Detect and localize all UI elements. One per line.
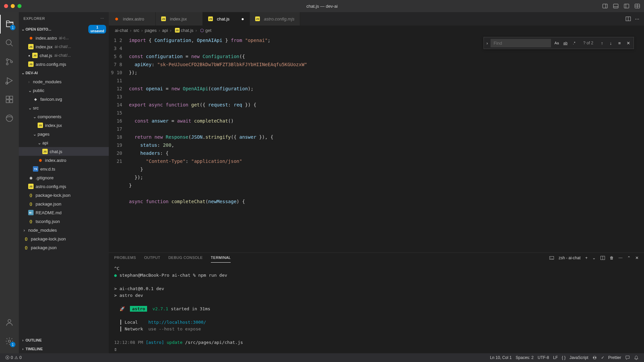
folder-item[interactable]: ⌄public [19,86,109,95]
outline-section[interactable]: › OUTLINE [19,336,109,345]
folder-item[interactable]: ›node_modules [19,77,109,86]
file-item[interactable]: {}package-lock.json [19,234,109,243]
breadcrumb-item[interactable]: src [133,28,139,33]
bottom-panel-icon[interactable] [613,3,618,9]
find-expand-icon[interactable]: › [484,37,491,49]
close-window[interactable] [4,4,8,8]
match-case-icon[interactable]: Aa [553,39,560,47]
encoding[interactable]: UTF-8 [536,355,551,360]
folder-item[interactable]: ⌄src [19,103,109,112]
open-editors-section[interactable]: ⌄ OPEN EDITO... 1unsaved [19,25,109,34]
file-item[interactable]: M↓README.md [19,208,109,217]
breadcrumbs[interactable]: ai-chat›src›pages›api›JSchat.js›⬡get [109,26,644,35]
explorer-activity[interactable]: 1 [0,15,19,34]
regex-icon[interactable]: .* [570,39,578,47]
panel-tab[interactable]: PROBLEMS [114,253,136,263]
prettier-status[interactable]: ✓ Prettier [599,355,623,360]
editor-tab[interactable]: JSchat.js● [203,12,250,26]
notifications-icon[interactable] [632,355,641,360]
breadcrumb-item[interactable]: ai-chat [115,28,128,33]
accounts-activity[interactable] [0,313,19,332]
terminal[interactable]: ^C ● stephan@MacBook-Pro ai-chat % npm r… [109,263,644,355]
eol[interactable]: LF [551,355,560,360]
panel-tab[interactable]: DEBUG CONSOLE [168,253,202,263]
minimize-window[interactable] [11,4,15,8]
folder-item[interactable]: ⌄api [19,138,109,147]
run-debug-activity[interactable] [0,71,19,90]
find-selection-icon[interactable]: ≡ [615,39,624,47]
file-item[interactable]: TSenv.d.ts [19,165,109,173]
maximize-panel-icon[interactable]: ⌃ [627,256,631,260]
code-editor[interactable]: 1 2 3 4 5 6 7 8 9 10 11 12 13 14 15 16 1… [109,35,644,253]
indentation[interactable]: Spaces: 2 [514,355,536,360]
source-control-activity[interactable] [0,52,19,71]
breadcrumb-item[interactable]: api [162,28,168,33]
open-editor-item[interactable]: JSindex.jsxai-chat/... [19,42,109,51]
activity-bar: 1 1 [0,12,19,353]
cursor-position[interactable]: Ln 10, Col 1 [488,355,514,360]
folder-item[interactable]: ⌄pages [19,130,109,138]
breadcrumb-item[interactable]: pages [145,28,156,33]
problems-status[interactable]: ⓧ 0 ⚠ 0 [3,355,24,361]
whole-word-icon[interactable]: ab [562,39,569,47]
find-input[interactable] [491,39,551,47]
more-terminal-icon[interactable]: ⋯ [618,256,623,260]
tabs-bar: ⬢index.astroJSindex.jsxJSchat.js●JSastro… [109,12,644,26]
split-terminal-icon[interactable] [600,256,605,260]
file-item[interactable]: ◆favicon.svg [19,95,109,103]
edge-tools-activity[interactable] [0,109,19,128]
breadcrumb-item[interactable]: chat.js [181,28,194,33]
breadcrumb-item[interactable]: get [205,28,211,33]
more-icon[interactable]: ⋯ [100,16,104,21]
svg-rect-2 [613,4,618,8]
new-terminal-icon[interactable]: + [585,256,588,260]
terminal-name[interactable]: zsh - ai-chat [559,256,581,260]
svg-point-28 [593,357,595,358]
settings-badge: 1 [10,342,15,347]
terminal-profile-icon[interactable] [549,256,554,260]
layout-icon[interactable] [635,3,640,9]
language-mode[interactable]: { } JavaScript [560,355,590,360]
file-item[interactable]: JSastro.config.mjs [19,182,109,191]
explorer-title: EXPLORER [24,16,45,20]
find-next-icon[interactable]: ↓ [607,39,615,47]
timeline-section[interactable]: › TIMELINE [19,345,109,353]
terminal-dropdown-icon[interactable]: ⌄ [592,256,596,260]
extensions-activity[interactable] [0,90,19,109]
editor-tab[interactable]: JSindex.jsx [156,12,203,26]
maximize-window[interactable] [17,4,21,8]
file-item[interactable]: JSchat.js [19,147,109,156]
more-actions-icon[interactable]: ⋯ [635,16,639,21]
file-item[interactable]: {}package.json [19,199,109,208]
folder-item[interactable]: ⌄components [19,112,109,121]
kill-terminal-icon[interactable]: 🗑 [610,256,614,260]
open-editor-item[interactable]: JSastro.config.mjs [19,60,109,69]
right-panel-icon[interactable] [624,3,629,9]
file-item[interactable]: ⬢index.astro [19,156,109,165]
find-prev-icon[interactable]: ↑ [598,39,606,47]
file-item[interactable]: JSindex.jsx [19,121,109,130]
svg-rect-18 [6,100,9,103]
file-item[interactable]: {}tsconfig.json [19,217,109,226]
open-editor-item[interactable]: ⬢index.astroai-c... [19,34,109,42]
editor-tab[interactable]: JSastro.config.mjs [250,12,300,26]
file-item[interactable]: {}package.json [19,243,109,252]
find-close-icon[interactable]: ✕ [624,39,632,47]
open-editor-item[interactable]: JSchat.jsai-chat/... [19,51,109,60]
copilot-icon[interactable] [590,355,599,360]
close-panel-icon[interactable]: ✕ [635,256,639,260]
file-item[interactable]: ◉.gitignore [19,173,109,182]
panel-toggle-icon[interactable] [602,3,608,9]
file-item[interactable]: {}package-lock.json [19,191,109,199]
project-section[interactable]: ⌄ DEV-AI [19,69,109,77]
panel-tab[interactable]: TERMINAL [211,253,231,263]
svg-rect-4 [624,4,629,8]
search-activity[interactable] [0,34,19,52]
panel-tab[interactable]: OUTPUT [144,253,160,263]
settings-activity[interactable]: 1 [0,332,19,351]
folder-item[interactable]: ›node_modules [19,226,109,234]
feedback-icon[interactable] [623,355,632,360]
editor-tab[interactable]: ⬢index.astro [109,12,156,26]
split-editor-icon[interactable] [626,16,631,21]
svg-point-12 [6,63,8,65]
